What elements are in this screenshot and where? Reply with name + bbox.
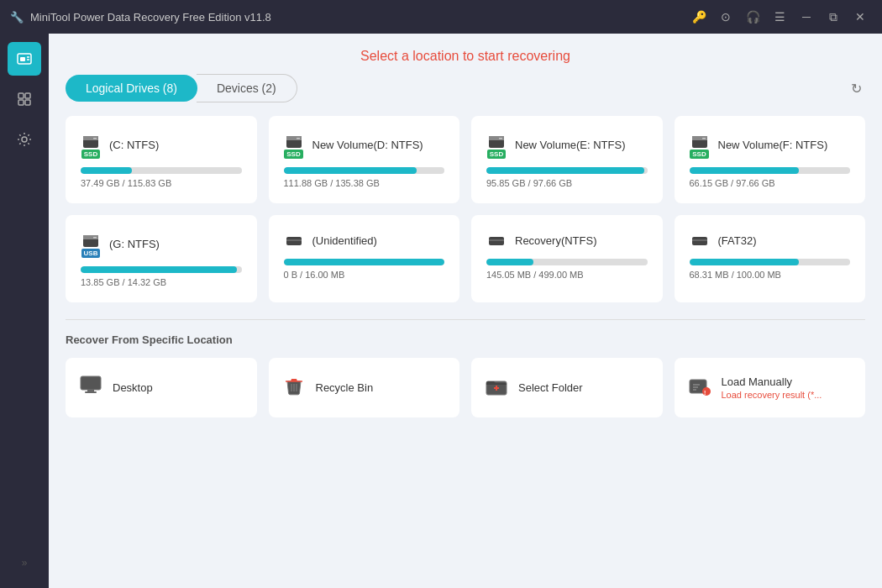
content-area: Select a location to start recovering Lo… bbox=[49, 34, 882, 588]
svg-rect-33 bbox=[85, 391, 97, 393]
recover-card-recycle-bin[interactable]: Recycle Bin bbox=[269, 358, 460, 417]
drive-card-header: SSD New Volume(E: NTFS) bbox=[486, 131, 648, 159]
svg-rect-30 bbox=[81, 376, 101, 390]
drive-progress-bg bbox=[486, 167, 648, 174]
drive-progress-fill bbox=[284, 167, 417, 174]
key-icon[interactable]: 🔑 bbox=[687, 5, 711, 29]
drive-name: New Volume(F: NTFS) bbox=[718, 139, 828, 151]
sidebar-item-settings[interactable] bbox=[8, 123, 41, 156]
drive-size: 0 B / 16.00 MB bbox=[284, 270, 445, 280]
drive-progress-fill bbox=[486, 167, 644, 174]
svg-rect-14 bbox=[297, 138, 300, 139]
drive-progress-fill bbox=[690, 167, 799, 174]
app-window: 🔧 MiniTool Power Data Recovery Free Edit… bbox=[0, 0, 882, 588]
drives-grid: SSD (C: NTFS) 37.49 GB / 115.83 GB SSD bbox=[49, 116, 882, 302]
drive-progress-fill bbox=[81, 167, 132, 174]
svg-rect-26 bbox=[489, 237, 504, 245]
drive-badge-ssd: SSD bbox=[690, 150, 708, 159]
sidebar-item-recovery[interactable] bbox=[8, 42, 41, 76]
recycle-bin-icon bbox=[282, 375, 306, 402]
drive-badge-ssd: SSD bbox=[81, 150, 100, 159]
svg-point-8 bbox=[22, 137, 27, 142]
desktop-icon bbox=[79, 373, 102, 402]
close-button[interactable]: ✕ bbox=[848, 5, 872, 29]
drive-progress-bg bbox=[81, 266, 242, 273]
refresh-icon[interactable]: ↻ bbox=[848, 77, 865, 100]
drive-card-fat32[interactable]: (FAT32) 68.31 MB / 100.00 MB bbox=[675, 215, 866, 302]
drive-size: 95.85 GB / 97.66 GB bbox=[486, 178, 648, 188]
headphones-icon[interactable]: 🎧 bbox=[741, 5, 764, 29]
drive-size: 111.88 GB / 135.38 GB bbox=[284, 178, 445, 188]
recover-card-desktop[interactable]: Desktop bbox=[66, 358, 257, 417]
drive-name: Recovery(NTFS) bbox=[515, 234, 597, 247]
recover-load-sublabel: Load recovery result (*... bbox=[722, 390, 822, 400]
drive-icon-wrapper bbox=[690, 230, 710, 250]
tab-logical-drives[interactable]: Logical Drives (8) bbox=[66, 75, 197, 102]
drive-card-header: SSD New Volume(F: NTFS) bbox=[690, 131, 851, 159]
tab-devices[interactable]: Devices (2) bbox=[197, 74, 297, 102]
drive-size: 37.49 GB / 115.83 GB bbox=[81, 178, 242, 188]
svg-rect-28 bbox=[692, 237, 707, 245]
recover-card-labels: Select Folder bbox=[518, 381, 583, 394]
recover-card-select-folder[interactable]: Select Folder bbox=[471, 358, 663, 417]
sidebar-expand-icon[interactable]: » bbox=[8, 546, 41, 580]
drive-card-c[interactable]: SSD (C: NTFS) 37.49 GB / 115.83 GB bbox=[66, 116, 257, 203]
svg-rect-4 bbox=[18, 93, 24, 98]
drive-progress-fill bbox=[690, 259, 799, 265]
svg-text:!: ! bbox=[704, 390, 706, 396]
drive-size: 13.85 GB / 14.32 GB bbox=[81, 277, 242, 287]
recover-load-label: Load Manually bbox=[722, 375, 822, 388]
drive-icon-wrapper: SSD bbox=[690, 131, 710, 159]
sidebar-item-tools[interactable] bbox=[8, 82, 41, 116]
drive-progress-fill bbox=[81, 266, 237, 273]
svg-rect-6 bbox=[18, 100, 24, 105]
app-title: MiniTool Power Data Recovery Free Editio… bbox=[30, 11, 687, 24]
svg-rect-11 bbox=[93, 138, 97, 139]
drive-size: 68.31 MB / 100.00 MB bbox=[690, 270, 851, 280]
window-controls: 🔑 ⊙ 🎧 ☰ ─ ⧉ ✕ bbox=[687, 5, 872, 29]
drive-card-recovery[interactable]: Recovery(NTFS) 145.05 MB / 499.00 MB bbox=[471, 215, 663, 302]
drive-size: 66.15 GB / 97.66 GB bbox=[690, 178, 851, 188]
drive-size: 145.05 MB / 499.00 MB bbox=[486, 270, 648, 280]
drive-name: New Volume(D: NTFS) bbox=[312, 139, 423, 151]
drive-card-e[interactable]: SSD New Volume(E: NTFS) 95.85 GB / 97.66… bbox=[471, 116, 663, 203]
drive-badge-ssd: SSD bbox=[487, 150, 506, 159]
drive-badge-ssd: SSD bbox=[284, 150, 302, 159]
drive-card-g[interactable]: USB (G: NTFS) 13.85 GB / 14.32 GB bbox=[66, 215, 257, 302]
drive-icon-wrapper: USB bbox=[81, 230, 101, 258]
svg-rect-7 bbox=[25, 100, 30, 105]
page-header: Select a location to start recovering bbox=[49, 34, 882, 74]
drive-card-header: Recovery(NTFS) bbox=[486, 230, 648, 250]
sidebar: » bbox=[0, 34, 49, 588]
drive-icon-wrapper: SSD bbox=[81, 131, 101, 159]
drive-name: New Volume(E: NTFS) bbox=[515, 139, 625, 151]
restore-button[interactable]: ⧉ bbox=[822, 5, 845, 29]
drive-name: (G: NTFS) bbox=[109, 238, 160, 250]
section-divider bbox=[66, 319, 865, 320]
recover-card-load-manually[interactable]: ! Load Manually Load recovery result (*.… bbox=[675, 358, 866, 417]
recover-section: Recover From Specific Location bbox=[49, 333, 882, 417]
recover-card-labels: Desktop bbox=[113, 381, 153, 394]
drive-progress-bg bbox=[284, 259, 445, 265]
drive-name: (C: NTFS) bbox=[109, 139, 159, 151]
drive-card-d[interactable]: SSD New Volume(D: NTFS) 111.88 GB / 135.… bbox=[269, 116, 460, 203]
minimize-button[interactable]: ─ bbox=[795, 5, 818, 29]
recover-folder-label: Select Folder bbox=[518, 381, 583, 394]
menu-icon[interactable]: ☰ bbox=[768, 5, 791, 29]
tabs-bar: Logical Drives (8) Devices (2) ↻ bbox=[49, 74, 882, 102]
drive-progress-bg bbox=[690, 167, 851, 174]
recover-desktop-label: Desktop bbox=[113, 381, 153, 394]
drive-card-f[interactable]: SSD New Volume(F: NTFS) 66.15 GB / 97.66… bbox=[675, 116, 866, 203]
drive-card-unidentified[interactable]: (Unidentified) 0 B / 16.00 MB bbox=[269, 215, 460, 302]
load-manually-icon: ! bbox=[688, 375, 711, 402]
drive-name: (FAT32) bbox=[718, 234, 757, 247]
drive-card-header: (FAT32) bbox=[690, 230, 851, 250]
header-text: Select a location to start recovering bbox=[360, 49, 570, 63]
main-layout: » Select a location to start recovering … bbox=[0, 34, 882, 588]
recover-recycle-label: Recycle Bin bbox=[316, 381, 374, 394]
app-logo-icon: 🔧 bbox=[10, 11, 24, 24]
circle-icon[interactable]: ⊙ bbox=[714, 5, 738, 29]
drive-icon-wrapper bbox=[284, 230, 304, 250]
drive-progress-fill bbox=[486, 259, 533, 265]
recover-grid: Desktop bbox=[66, 358, 865, 417]
